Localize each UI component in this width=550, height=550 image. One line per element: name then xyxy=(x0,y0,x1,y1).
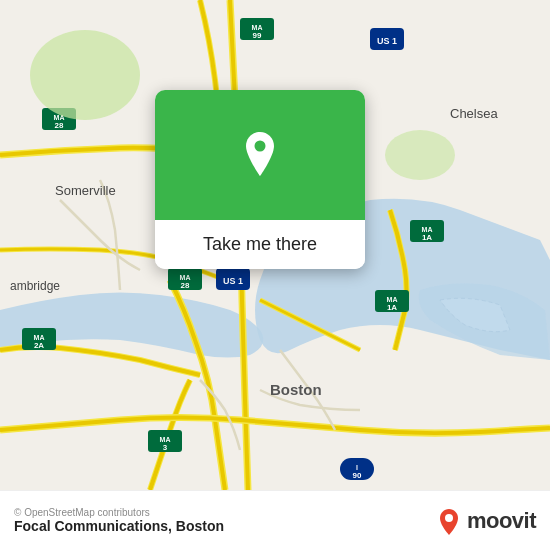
moovit-text: moovit xyxy=(467,508,536,534)
svg-text:90: 90 xyxy=(353,471,362,480)
footer-title: Focal Communications, Boston xyxy=(14,518,224,534)
footer-left: © OpenStreetMap contributors Focal Commu… xyxy=(14,507,224,534)
svg-text:MA: MA xyxy=(387,296,398,303)
svg-text:2A: 2A xyxy=(34,341,44,350)
map-container: US 1 MA 99 MA 28 MA 28 US 1 MA 1A MA 1A … xyxy=(0,0,550,490)
svg-point-35 xyxy=(255,141,266,152)
moovit-icon xyxy=(435,507,463,535)
svg-text:I: I xyxy=(356,464,358,471)
svg-text:Chelsea: Chelsea xyxy=(450,106,498,121)
svg-text:MA: MA xyxy=(422,226,433,233)
location-pin-icon xyxy=(233,128,287,182)
svg-text:MA: MA xyxy=(160,436,171,443)
svg-text:3: 3 xyxy=(163,443,168,452)
svg-text:28: 28 xyxy=(181,281,190,290)
svg-point-36 xyxy=(445,514,453,522)
moovit-logo: moovit xyxy=(435,507,536,535)
svg-text:28: 28 xyxy=(55,121,64,130)
svg-text:99: 99 xyxy=(253,31,262,40)
popup-header xyxy=(155,90,365,220)
svg-text:1A: 1A xyxy=(387,303,397,312)
svg-text:MA: MA xyxy=(252,24,263,31)
svg-text:MA: MA xyxy=(180,274,191,281)
svg-text:Somerville: Somerville xyxy=(55,183,116,198)
svg-text:MA: MA xyxy=(34,334,45,341)
copyright-text: © OpenStreetMap contributors xyxy=(14,507,224,518)
svg-text:ambridge: ambridge xyxy=(10,279,60,293)
take-me-there-button[interactable]: Take me there xyxy=(155,220,365,269)
svg-text:US 1: US 1 xyxy=(223,276,243,286)
svg-text:1A: 1A xyxy=(422,233,432,242)
footer: © OpenStreetMap contributors Focal Commu… xyxy=(0,490,550,550)
svg-point-34 xyxy=(385,130,455,180)
popup-card: Take me there xyxy=(155,90,365,269)
svg-text:US 1: US 1 xyxy=(377,36,397,46)
svg-text:Boston: Boston xyxy=(270,381,322,398)
svg-point-33 xyxy=(30,30,140,120)
